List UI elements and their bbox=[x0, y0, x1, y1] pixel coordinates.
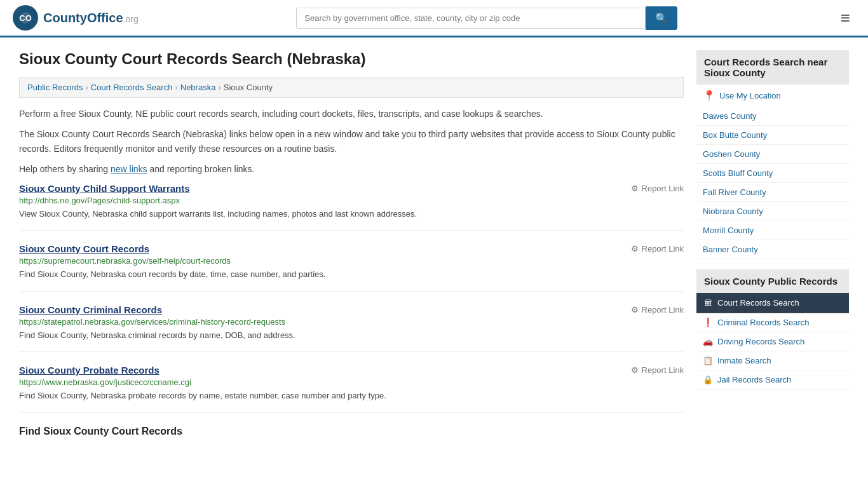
report-icon: ⚙ bbox=[631, 365, 639, 375]
breadcrumb-sep2: › bbox=[175, 83, 177, 92]
breadcrumb-current: Sioux County bbox=[224, 83, 273, 92]
result-item: Sioux County Criminal Records ⚙ Report L… bbox=[19, 304, 684, 353]
result-item: Sioux County Child Support Warrants ⚙ Re… bbox=[19, 183, 684, 231]
result-title[interactable]: Sioux County Child Support Warrants bbox=[19, 183, 190, 194]
result-desc: Find Sioux County, Nebraska criminal rec… bbox=[19, 329, 684, 342]
jail-icon: 🔒 bbox=[703, 375, 713, 384]
sidebar-link-dawes[interactable]: Dawes County bbox=[696, 107, 849, 126]
result-title[interactable]: Sioux County Criminal Records bbox=[19, 304, 162, 315]
report-link-button[interactable]: ⚙ Report Link bbox=[631, 244, 684, 254]
new-links-link[interactable]: new links bbox=[111, 164, 147, 174]
nearby-section-title: Court Records Search near Sioux County bbox=[696, 50, 849, 85]
search-button[interactable]: 🔍 bbox=[646, 6, 677, 30]
breadcrumb-public-records[interactable]: Public Records bbox=[27, 83, 83, 92]
result-item: Sioux County Probate Records ⚙ Report Li… bbox=[19, 365, 684, 413]
search-input[interactable] bbox=[296, 8, 646, 29]
sidebar-link-court-records-active[interactable]: 🏛 Court Records Search bbox=[696, 293, 849, 313]
logo-area: CO CountyOffice.org bbox=[13, 5, 139, 30]
content-area: Sioux County Court Records Search (Nebra… bbox=[19, 50, 684, 437]
breadcrumb-sep3: › bbox=[218, 83, 220, 92]
result-url[interactable]: https://supremecourt.nebraska.gov/self-h… bbox=[19, 256, 684, 266]
sidebar-link-jail[interactable]: 🔒 Jail Records Search bbox=[696, 370, 849, 390]
menu-button[interactable]: ≡ bbox=[836, 7, 855, 29]
report-link-button[interactable]: ⚙ Report Link bbox=[631, 305, 684, 315]
sidebar-link-goshen[interactable]: Goshen County bbox=[696, 145, 849, 164]
inmate-icon: 📋 bbox=[703, 356, 713, 365]
sidebar-link-morrill[interactable]: Morrill County bbox=[696, 221, 849, 240]
public-records-title: Sioux County Public Records bbox=[696, 269, 849, 293]
sidebar-link-banner[interactable]: Banner County bbox=[696, 240, 849, 259]
breadcrumb-sep1: › bbox=[85, 83, 88, 92]
find-heading: Find Sioux County Court Records bbox=[19, 426, 684, 437]
sidebar-link-driving-records[interactable]: 🚗 Driving Records Search bbox=[696, 332, 849, 351]
description-para2: The Sioux County Court Records Search (N… bbox=[19, 127, 684, 156]
sidebar-link-criminal-records[interactable]: ❗ Criminal Records Search bbox=[696, 313, 849, 332]
sidebar: Court Records Search near Sioux County 📍… bbox=[696, 50, 849, 437]
sidebar-link-fall-river[interactable]: Fall River County bbox=[696, 183, 849, 202]
report-icon: ⚙ bbox=[631, 305, 639, 315]
criminal-icon: ❗ bbox=[703, 318, 713, 327]
sidebar-link-inmate[interactable]: 📋 Inmate Search bbox=[696, 351, 849, 370]
use-my-location[interactable]: 📍 Use My Location bbox=[696, 85, 849, 107]
report-icon: ⚙ bbox=[631, 244, 639, 254]
header: CO CountyOffice.org 🔍 ≡ bbox=[0, 0, 868, 37]
page-title: Sioux County Court Records Search (Nebra… bbox=[19, 50, 684, 68]
results-list: Sioux County Child Support Warrants ⚙ Re… bbox=[19, 183, 684, 413]
location-icon: 📍 bbox=[703, 90, 715, 102]
breadcrumb-nebraska[interactable]: Nebraska bbox=[180, 83, 216, 92]
report-link-button[interactable]: ⚙ Report Link bbox=[631, 365, 684, 375]
main-container: Sioux County Court Records Search (Nebra… bbox=[0, 37, 868, 450]
nearby-section: Court Records Search near Sioux County 📍… bbox=[696, 50, 849, 259]
result-item: Sioux County Court Records ⚙ Report Link… bbox=[19, 243, 684, 292]
sidebar-link-box-butte[interactable]: Box Butte County bbox=[696, 126, 849, 145]
result-url[interactable]: https://www.nebraska.gov/justicecc/ccnam… bbox=[19, 377, 684, 387]
breadcrumb-court-records[interactable]: Court Records Search bbox=[91, 83, 173, 92]
report-icon: ⚙ bbox=[631, 184, 639, 193]
logo-icon: CO bbox=[13, 5, 38, 30]
report-link-button[interactable]: ⚙ Report Link bbox=[631, 184, 684, 193]
result-desc: Find Sioux County, Nebraska probate reco… bbox=[19, 390, 684, 402]
result-url[interactable]: http://dhhs.ne.gov/Pages/child-support.a… bbox=[19, 196, 684, 205]
description-para1: Perform a free Sioux County, NE public c… bbox=[19, 107, 684, 121]
driving-icon: 🚗 bbox=[703, 337, 713, 346]
svg-text:CO: CO bbox=[19, 13, 32, 23]
result-url[interactable]: https://statepatrol.nebraska.gov/service… bbox=[19, 317, 684, 327]
sidebar-link-scotts-bluff[interactable]: Scotts Bluff County bbox=[696, 164, 849, 183]
result-title[interactable]: Sioux County Court Records bbox=[19, 243, 149, 254]
search-area: 🔍 bbox=[296, 6, 677, 30]
result-desc: View Sioux County, Nebraska child suppor… bbox=[19, 208, 684, 220]
description-para3: Help others by sharing new links and rep… bbox=[19, 162, 684, 176]
result-title[interactable]: Sioux County Probate Records bbox=[19, 365, 159, 376]
public-records-section: Sioux County Public Records 🏛 Court Reco… bbox=[696, 269, 849, 390]
breadcrumb: Public Records › Court Records Search › … bbox=[19, 77, 684, 98]
court-icon: 🏛 bbox=[703, 298, 713, 308]
sidebar-link-niobrara[interactable]: Niobrara County bbox=[696, 202, 849, 221]
logo-text: CountyOffice.org bbox=[43, 11, 139, 25]
result-desc: Find Sioux County, Nebraska court record… bbox=[19, 268, 684, 281]
